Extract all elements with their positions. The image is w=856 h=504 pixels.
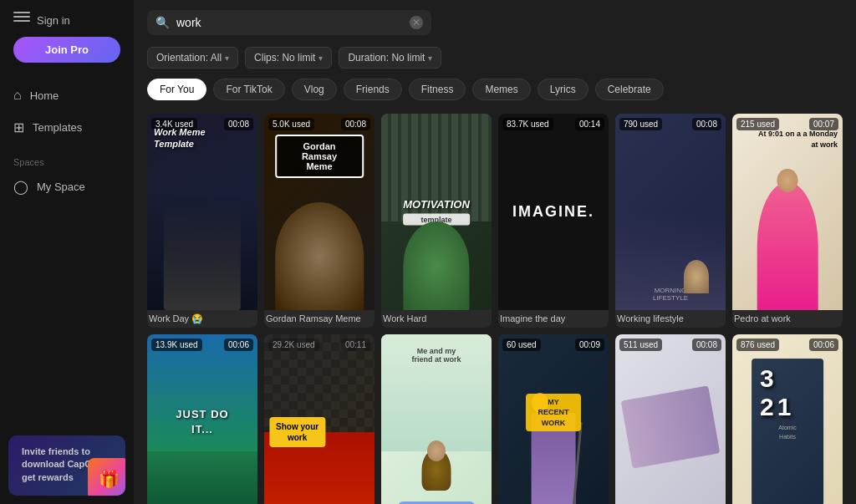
tag-bar: For You For TikTok Vlog Friends Fitness … [134,75,856,107]
template-card-work-day[interactable]: 3.4K used 00:08 Work MemeTemplate Work D… [147,114,257,328]
card-title: Work Hard [383,313,490,323]
template-card-work-hard[interactable]: 138 used 00:04 MOTIVATION template Work … [381,114,492,328]
card-thumbnail: 511 used 00:08 I'll never learn to live.… [615,334,726,504]
card-badge: 790 used [619,118,662,130]
card-badge: 5.0K used [268,118,314,130]
card-thumbnail: 13.9K used 00:06 JUST DO IT... [147,334,257,504]
card-duration: 00:06 [809,339,838,351]
sidebar-item-home[interactable]: ⌂ Home [0,79,134,111]
main-content: 🔍 ✕ Orientation: All ▾ Clips: No limit ▾… [134,0,856,504]
myspace-label: My Space [37,181,85,193]
sidebar-nav: ⌂ Home ⊞ Templates [0,76,134,147]
search-input[interactable] [176,16,403,29]
card-duration: 00:06 [224,339,253,351]
clear-icon[interactable]: ✕ [410,16,423,29]
orientation-filter[interactable]: Orientation: All ▾ [147,47,238,69]
card-duration: 00:08 [224,118,253,130]
card-duration: 00:08 [692,118,721,130]
tag-fortiktok[interactable]: For TikTok [213,79,284,100]
filter-bar: Orientation: All ▾ Clips: No limit ▾ Dur… [134,42,856,75]
card-info: Imagine the day [498,310,609,327]
sign-in-link[interactable]: Sign in [37,14,70,27]
search-input-wrap[interactable]: 🔍 ✕ [147,10,431,35]
template-card-working-lifestyle[interactable]: 790 used 00:08 MORNING LIFESTYLE Working… [615,114,726,328]
card-badge: 13.9K used [151,339,202,351]
card-thumbnail: 790 used 00:08 MORNING LIFESTYLE [615,114,726,310]
card-thumbnail: 83.7K used 00:14 IMAGINE. [498,114,609,310]
chevron-down-icon: ▾ [225,53,229,63]
template-card-atomic-habits[interactable]: 876 used 00:06 Atomic Habits 3 21 [732,334,843,504]
card-thumbnail: 215 used 00:07 At 9:01 on a a Mondayat w… [732,114,843,310]
join-pro-button[interactable]: Join Pro [13,37,120,63]
sidebar-item-templates[interactable]: ⊞ Templates [0,111,134,144]
card-duration: 00:08 [692,339,721,351]
card-title: Pedro at work [734,313,841,323]
card-thumbnail: 483 used 00:09 Me and my friend at work … [381,334,492,504]
card-thumbnail: 29.2K used 00:11 Show yourwork [264,334,374,504]
card-info: Pedro at work [732,310,843,327]
template-card-hozier[interactable]: 511 used 00:08 I'll never learn to live.… [615,334,726,504]
clips-filter[interactable]: Clips: No limit ▾ [245,47,332,69]
card-info: Work Hard [381,310,492,327]
home-icon: ⌂ [13,88,22,103]
card-badge: 60 used [502,339,541,351]
invite-banner[interactable]: Invite friends to download CapCut to get… [8,435,125,496]
card-duration: 00:14 [575,118,604,130]
template-card-gordon[interactable]: 5.0K used 00:08 Gordan RamsayMeme Gordan… [264,114,374,328]
card-info: Work Day 😭 [147,310,257,328]
card-duration: 00:08 [341,118,370,130]
card-thumbnail: 5.0K used 00:08 Gordan RamsayMeme [264,114,374,310]
tag-friends[interactable]: Friends [344,79,402,100]
templates-icon: ⊞ [13,120,24,135]
card-title: Gordan Ramsay Meme [266,313,373,323]
template-card-my-work[interactable]: 60 used 00:09 MY RECENTWORK My work rece… [498,334,609,504]
search-bar: 🔍 ✕ [134,0,856,42]
card-thumbnail: 876 used 00:06 Atomic Habits 3 21 [732,334,843,504]
myspace-icon: ◯ [13,179,28,195]
tag-foryou[interactable]: For You [147,79,206,100]
chevron-down-icon: ▾ [318,53,323,63]
tag-lyrics[interactable]: Lyrics [538,79,588,100]
card-badge: 876 used [736,339,779,351]
template-card-just-do-it[interactable]: 13.9K used 00:06 JUST DO IT... Just do i… [147,334,257,504]
template-card-pedro-work[interactable]: 215 used 00:07 At 9:01 on a a Mondayat w… [732,114,843,328]
card-title: Work Day 😭 [149,313,256,324]
search-icon: 🔍 [155,16,170,29]
tag-memes[interactable]: Memes [472,79,530,100]
card-info: Working lifestyle [615,310,726,327]
card-title: Imagine the day [500,313,607,323]
chevron-down-icon: ▾ [428,53,432,63]
template-card-imagine[interactable]: 83.7K used 00:14 IMAGINE. Imagine the da… [498,114,609,328]
template-grid: 3.4K used 00:08 Work MemeTemplate Work D… [147,114,843,504]
spaces-label: Spaces [0,147,134,171]
template-card-work-meme[interactable]: 483 used 00:09 Me and my friend at work … [381,334,492,504]
tag-vlog[interactable]: Vlog [292,79,337,100]
sidebar: Sign in Join Pro ⌂ Home ⊞ Templates Spac… [0,0,134,504]
sidebar-top: Sign in [0,0,134,37]
template-grid-container[interactable]: 3.4K used 00:08 Work MemeTemplate Work D… [134,107,856,504]
tag-fitness[interactable]: Fitness [409,79,466,100]
templates-label: Templates [33,121,82,134]
card-badge: 83.7K used [502,118,553,130]
sidebar-item-myspace[interactable]: ◯ My Space [0,171,134,203]
menu-icon[interactable] [13,12,30,28]
card-thumbnail: 60 used 00:09 MY RECENTWORK [498,334,609,504]
home-label: Home [30,89,59,102]
card-duration: 00:09 [575,339,604,351]
card-thumbnail: 138 used 00:04 MOTIVATION template [381,114,492,310]
reward-image: 🎁 [88,458,125,496]
card-info: Gordan Ramsay Meme [264,310,374,327]
duration-filter[interactable]: Duration: No limit ▾ [339,47,441,69]
card-title: Working lifestyle [617,313,724,323]
tag-celebrate[interactable]: Celebrate [595,79,664,100]
card-badge: 511 used [619,339,662,351]
card-thumbnail: 3.4K used 00:08 Work MemeTemplate [147,114,257,310]
template-card-show-work[interactable]: 29.2K used 00:11 Show yourwork Show your… [264,334,374,504]
